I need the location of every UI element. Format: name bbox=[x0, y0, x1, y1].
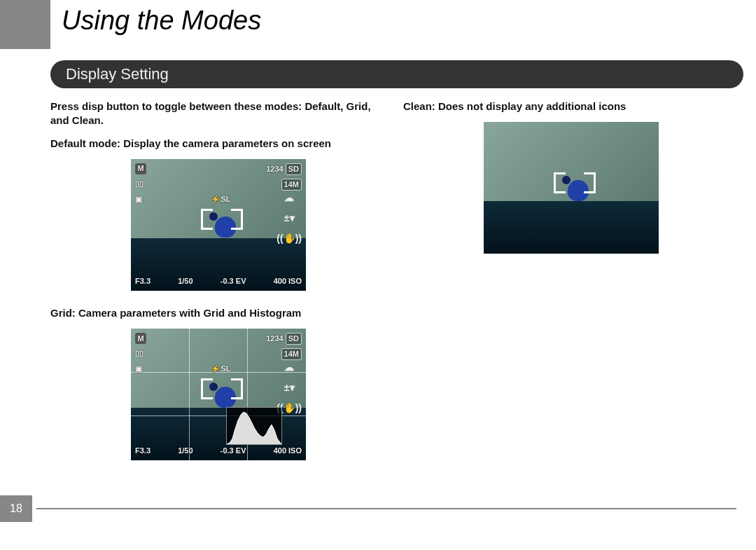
mode-icon: M bbox=[135, 333, 146, 344]
focus-bracket-left bbox=[201, 209, 213, 230]
size-icon: 14M bbox=[281, 348, 302, 360]
flash-icon: ⚡SL bbox=[211, 194, 230, 205]
intro-paragraph: Press disp button to toggle between thes… bbox=[50, 99, 386, 128]
camera-screenshot-clean bbox=[484, 122, 659, 254]
aperture-value: F3.3 bbox=[135, 276, 150, 287]
metering-icon: ▣ bbox=[135, 194, 142, 205]
section-heading-text: Display Setting bbox=[66, 65, 169, 83]
sd-icon: SD bbox=[286, 333, 302, 345]
focus-bracket-right bbox=[231, 378, 243, 399]
cam-counter: 1234 SD bbox=[266, 163, 302, 175]
mode-icon: M bbox=[135, 163, 146, 174]
cam-side-icons: ☁ ±▾ ((✋)) bbox=[276, 191, 302, 245]
focus-bracket-right bbox=[584, 172, 596, 193]
cloud-icon: ☁ bbox=[284, 191, 294, 205]
page-footer: 18 bbox=[0, 495, 736, 522]
right-column: Clean: Does not display any additional i… bbox=[403, 99, 739, 487]
cam-counter: 1234 SD bbox=[266, 333, 302, 345]
clean-mode-label: Clean: Does not display any additional i… bbox=[403, 99, 739, 114]
histogram bbox=[226, 407, 282, 445]
shutter-value: 1/50 bbox=[178, 276, 192, 287]
battery-icon: ▯▯ bbox=[135, 179, 144, 191]
footer-rule bbox=[36, 508, 736, 509]
cam-top-row: M 1234 SD bbox=[135, 163, 302, 175]
battery-icon: ▯▯ bbox=[135, 348, 144, 360]
sd-icon: SD bbox=[286, 163, 302, 175]
intro-pre: Press bbox=[50, 100, 82, 112]
intro-bold: disp bbox=[82, 100, 104, 112]
aperture-value: F3.3 bbox=[135, 446, 150, 456]
page-number: 18 bbox=[0, 495, 32, 522]
left-column: Press disp button to toggle between thes… bbox=[50, 99, 386, 487]
metering-icon: ▣ bbox=[135, 364, 142, 374]
iso-value: 400 ISO bbox=[274, 276, 302, 287]
default-mode-label: Default mode: Display the camera paramet… bbox=[50, 137, 386, 151]
cam-row-2: ▯▯ 14M bbox=[135, 179, 302, 191]
focus-bracket-left bbox=[554, 172, 566, 193]
exposure-value: -0.3 EV bbox=[220, 276, 246, 287]
camera-screenshot-grid: M 1234 SD ▯▯ 14M ▣ ⚡SL ☁ ±▾ ((✋)) bbox=[131, 329, 306, 460]
stabilizer-icon: ((✋)) bbox=[276, 232, 302, 245]
cloud-icon: ☁ bbox=[284, 361, 294, 374]
water-bg bbox=[484, 201, 659, 254]
grid-mode-label: Grid: Camera parameters with Grid and Hi… bbox=[50, 306, 386, 320]
cam-bottom-row: F3.3 1/50 -0.3 EV 400 ISO bbox=[135, 446, 302, 456]
cam-bottom-row: F3.3 1/50 -0.3 EV 400 ISO bbox=[135, 276, 302, 287]
shutter-value: 1/50 bbox=[178, 446, 192, 456]
cam-row-2: ▯▯ 14M bbox=[135, 348, 302, 360]
page-title: Using the Modes bbox=[62, 6, 261, 36]
iso-value: 400 ISO bbox=[274, 446, 302, 456]
ev-adjust-icon: ±▾ bbox=[284, 381, 295, 394]
content-columns: Press disp button to toggle between thes… bbox=[50, 99, 739, 487]
focus-bracket-right bbox=[231, 209, 243, 230]
exposure-value: -0.3 EV bbox=[220, 446, 246, 456]
cam-top-row: M 1234 SD bbox=[135, 333, 302, 345]
size-icon: 14M bbox=[281, 179, 302, 191]
manual-page: Using the Modes Display Setting Press di… bbox=[0, 0, 756, 550]
focus-bracket-left bbox=[201, 378, 213, 399]
flash-icon: ⚡SL bbox=[211, 364, 230, 374]
section-heading: Display Setting bbox=[50, 60, 743, 88]
ev-adjust-icon: ±▾ bbox=[284, 212, 295, 225]
camera-screenshot-default: M 1234 SD ▯▯ 14M ▣ ⚡SL ☁ ±▾ ((✋)) bbox=[131, 159, 306, 291]
